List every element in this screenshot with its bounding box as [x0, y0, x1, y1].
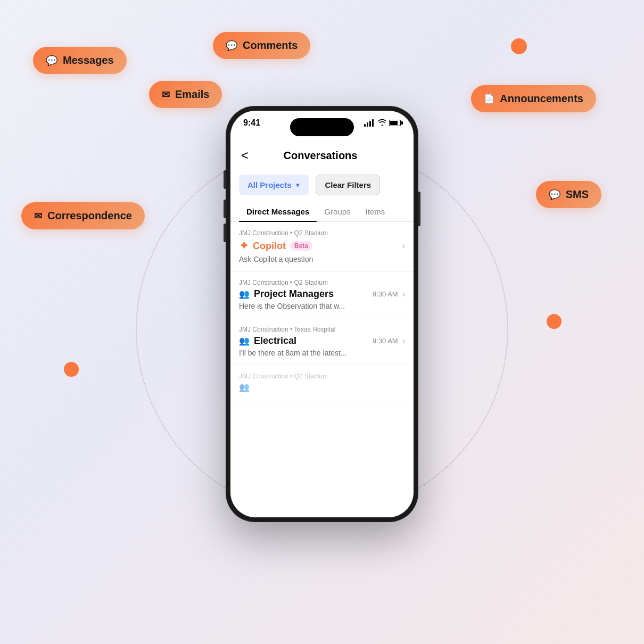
chevron-right-icon-pm: ›	[402, 290, 405, 299]
conv-preview-pm: Here is the Observation that w...	[239, 302, 405, 310]
chevron-down-icon: ▼	[295, 181, 301, 189]
group-icon-elec: 👥	[239, 336, 250, 346]
conversation-list: JMJ Construction • Q2 Stadium ✦ Copilot …	[230, 222, 414, 517]
pm-title-text: Project Managers	[254, 288, 334, 300]
announcement-icon: 📄	[484, 94, 494, 104]
tab-items-label: Items	[366, 207, 385, 216]
comment-icon: 💬	[226, 40, 237, 52]
emails-pill-label: Emails	[175, 88, 209, 101]
tab-direct-messages[interactable]: Direct Messages	[239, 202, 317, 221]
conv-meta-pm: JMJ Construction • Q2 Stadium	[239, 279, 405, 286]
tab-groups[interactable]: Groups	[317, 202, 358, 221]
clear-filters-button[interactable]: Clear Filters	[316, 175, 380, 195]
sms-pill[interactable]: 💬 SMS	[536, 181, 601, 208]
messages-pill-label: Messages	[63, 54, 114, 67]
conversation-item-project-managers[interactable]: JMJ Construction • Q2 Stadium 👥 Project …	[230, 271, 414, 318]
conv-right-pm: 9:30 AM ›	[373, 290, 405, 299]
copilot-star-icon: ✦	[239, 239, 249, 253]
orange-dot-left	[64, 362, 79, 377]
signal-icon	[364, 119, 374, 127]
conv-meta-elec: JMJ Construction • Texas Hospital	[239, 326, 405, 333]
tab-groups-label: Groups	[324, 207, 350, 216]
projects-label: All Projects	[247, 180, 292, 189]
comments-pill[interactable]: 💬 Comments	[213, 32, 310, 59]
conversation-item-copilot[interactable]: JMJ Construction • Q2 Stadium ✦ Copilot …	[230, 222, 414, 271]
correspondence-icon: ✉	[34, 210, 42, 222]
orange-dot-right	[547, 314, 562, 329]
chevron-right-icon-elec: ›	[402, 336, 405, 346]
conv-title-copilot: ✦ Copilot Beta	[239, 239, 312, 253]
elec-title-text: Electrical	[254, 335, 296, 346]
tabs-row: Direct Messages Groups Items	[230, 202, 414, 222]
conv-title-elec: 👥 Electrical	[239, 335, 296, 346]
sms-pill-label: SMS	[566, 188, 589, 201]
conv-title-row-copilot: ✦ Copilot Beta ›	[239, 239, 405, 253]
email-icon: ✉	[162, 89, 170, 101]
correspondence-pill[interactable]: ✉ Correspondence	[21, 202, 145, 229]
conv-time-pm: 9:30 AM	[373, 290, 398, 298]
nav-bar: < Conversations	[230, 143, 414, 170]
tab-direct-label: Direct Messages	[246, 207, 309, 216]
nav-title: Conversations	[249, 150, 392, 162]
conv-title-partial: 👥	[239, 382, 250, 392]
conv-time-elec: 9:30 AM	[373, 337, 398, 345]
sms-icon: 💬	[549, 189, 560, 201]
conv-meta-copilot: JMJ Construction • Q2 Stadium	[239, 229, 405, 237]
comments-pill-label: Comments	[243, 39, 298, 52]
tab-items[interactable]: Items	[358, 202, 393, 221]
conv-meta-partial: JMJ Construction • Q2 Stadium	[239, 373, 405, 380]
message-icon: 💬	[46, 55, 57, 67]
conv-title-row-pm: 👥 Project Managers 9:30 AM ›	[239, 288, 405, 300]
battery-icon	[389, 120, 401, 126]
conversation-item-partial[interactable]: JMJ Construction • Q2 Stadium 👥	[230, 365, 414, 402]
conv-title-row-partial: 👥	[239, 382, 405, 392]
status-icons	[364, 119, 401, 127]
correspondence-pill-label: Correspondence	[47, 210, 132, 222]
group-icon-pm: 👥	[239, 289, 250, 299]
group-icon-partial: 👥	[239, 382, 250, 392]
conv-right-elec: 9:30 AM ›	[373, 336, 405, 346]
conversation-item-electrical[interactable]: JMJ Construction • Texas Hospital 👥 Elec…	[230, 318, 414, 365]
orange-dot-top-right	[511, 38, 527, 54]
conv-title-row-elec: 👥 Electrical 9:30 AM ›	[239, 335, 405, 346]
wifi-icon	[378, 119, 386, 127]
phone-wrapper: 9:41	[226, 106, 418, 522]
phone-outer: 9:41	[226, 106, 418, 522]
conv-title-pm: 👥 Project Managers	[239, 288, 334, 300]
conv-preview-elec: I'll be there at 8am at the latest...	[239, 349, 405, 357]
copilot-title-text: Copilot	[253, 241, 286, 252]
beta-badge: Beta	[290, 241, 312, 251]
chevron-right-icon-copilot: ›	[402, 241, 405, 251]
filter-row: All Projects ▼ Clear Filters	[230, 170, 414, 202]
dynamic-island	[290, 118, 354, 136]
back-button[interactable]: <	[241, 148, 249, 163]
clear-filters-label: Clear Filters	[325, 180, 371, 189]
status-time: 9:41	[243, 118, 260, 128]
announcements-pill-label: Announcements	[500, 93, 583, 105]
phone-screen: 9:41	[230, 111, 414, 517]
announcements-pill[interactable]: 📄 Announcements	[471, 85, 596, 112]
emails-pill[interactable]: ✉ Emails	[149, 81, 222, 108]
conv-preview-copilot: Ask Copilot a question	[239, 255, 405, 263]
all-projects-filter[interactable]: All Projects ▼	[239, 175, 309, 195]
messages-pill[interactable]: 💬 Messages	[33, 47, 127, 74]
